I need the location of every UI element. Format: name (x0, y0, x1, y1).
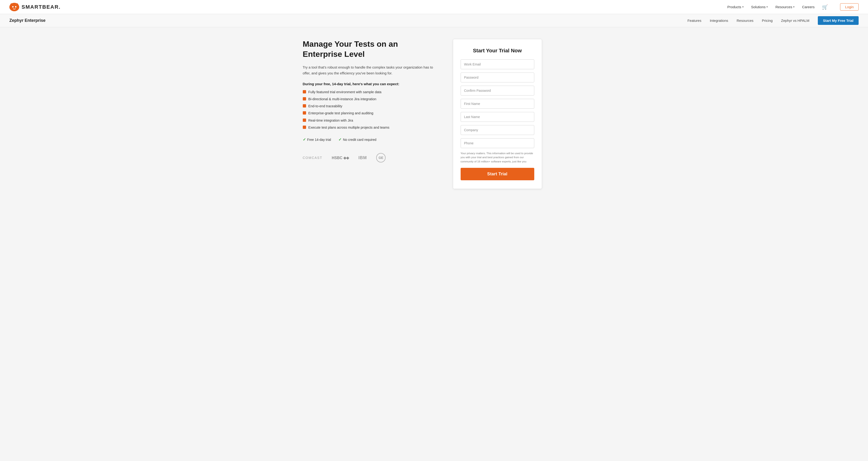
nav-products-link[interactable]: Products ▾ (727, 5, 743, 9)
bullet-icon (303, 97, 306, 100)
main-content: Manage Your Tests on an Enterprise Level… (293, 39, 575, 189)
feature-list: Fully featured trial environment with sa… (303, 90, 439, 130)
free-trial-badge: ✓ Free 14-day trial (303, 137, 331, 142)
confirm-password-group (461, 86, 534, 95)
subnav-resources[interactable]: Resources (737, 19, 753, 23)
hero-section: Manage Your Tests on an Enterprise Level… (303, 39, 439, 163)
feature-item: Fully featured trial environment with sa… (303, 90, 439, 94)
last-name-group (461, 112, 534, 122)
privacy-text: Your privacy matters. This information w… (461, 151, 534, 164)
svg-point-4 (12, 6, 13, 7)
subnav-vs-hpalm[interactable]: Zephyr vs HPALM (781, 19, 809, 23)
feature-item: Bi-directional & multi-instance Jira int… (303, 97, 439, 102)
feature-item: Enterprise-grade test planning and audit… (303, 111, 439, 115)
first-name-group (461, 99, 534, 109)
nav-products[interactable]: Products ▾ (727, 5, 743, 9)
feature-item: End-to-end traceability (303, 104, 439, 109)
bullet-icon (303, 125, 306, 129)
sub-nav-title: Zephyr Enterprise (9, 18, 45, 23)
svg-point-5 (15, 6, 17, 7)
cart-icon-wrap[interactable]: 🛒 (822, 4, 828, 10)
login-button-wrap[interactable]: Login (835, 3, 859, 10)
chevron-down-icon: ▾ (742, 5, 744, 8)
password-group (461, 73, 534, 82)
ibm-logo: IBM (359, 155, 367, 160)
sub-nav-links: Features Integrations Resources Pricing … (687, 19, 809, 23)
badges-section: ✓ Free 14-day trial ✓ No credit card req… (303, 137, 439, 142)
no-credit-card-badge: ✓ No credit card required (338, 137, 376, 142)
subnav-features[interactable]: Features (687, 19, 701, 23)
password-input[interactable] (461, 73, 534, 82)
nav-solutions-link[interactable]: Solutions ▾ (751, 5, 768, 9)
work-email-input[interactable] (461, 59, 534, 69)
company-input[interactable] (461, 125, 534, 135)
top-navigation: SMARTBEAR. Products ▾ Solutions ▾ Resour… (0, 0, 868, 14)
feature-item: Execute test plans across multiple proje… (303, 125, 439, 130)
hero-description: Try a tool that's robust enough to handl… (303, 64, 439, 76)
login-button[interactable]: Login (840, 3, 859, 10)
logo-area[interactable]: SMARTBEAR. (9, 3, 61, 11)
nav-resources[interactable]: Resources ▾ (775, 5, 795, 9)
cart-icon[interactable]: 🛒 (822, 4, 828, 10)
form-title: Start Your Trial Now (461, 48, 534, 54)
chevron-down-icon: ▾ (793, 5, 795, 8)
chevron-down-icon: ▾ (767, 5, 768, 8)
ge-logo: GE (376, 153, 385, 163)
bullet-icon (303, 90, 306, 93)
feature-item: Real-time integration with Jira (303, 118, 439, 123)
phone-group (461, 138, 534, 148)
top-nav-links: Products ▾ Solutions ▾ Resources ▾ Caree… (727, 3, 859, 10)
nav-careers[interactable]: Careers (802, 5, 814, 9)
subnav-integrations[interactable]: Integrations (710, 19, 728, 23)
work-email-group (461, 59, 534, 69)
last-name-input[interactable] (461, 112, 534, 122)
hero-heading: Manage Your Tests on an Enterprise Level (303, 39, 439, 59)
sub-navigation: Zephyr Enterprise Features Integrations … (0, 14, 868, 27)
trial-subheading: During your free, 14-day trial, here's w… (303, 82, 439, 86)
company-logos: COMCAST HSBC ◈◈ IBM GE (303, 153, 439, 163)
nav-resources-link[interactable]: Resources ▾ (775, 5, 795, 9)
checkmark-icon: ✓ (338, 137, 341, 142)
company-group (461, 125, 534, 135)
bullet-icon (303, 111, 306, 115)
trial-form-card: Start Your Trial Now Your privacy matter… (453, 39, 542, 189)
svg-point-3 (11, 4, 18, 11)
comcast-logo: COMCAST (303, 156, 322, 160)
start-trial-submit-button[interactable]: Start Trial (461, 168, 534, 180)
bullet-icon (303, 118, 306, 122)
bullet-icon (303, 104, 306, 108)
nav-solutions[interactable]: Solutions ▾ (751, 5, 768, 9)
hsbc-logo: HSBC ◈◈ (332, 155, 349, 160)
confirm-password-input[interactable] (461, 86, 534, 95)
nav-careers-link[interactable]: Careers (802, 5, 814, 9)
first-name-input[interactable] (461, 99, 534, 109)
phone-input[interactable] (461, 138, 534, 148)
start-my-free-trial-button[interactable]: Start My Free Trial (818, 16, 859, 25)
subnav-pricing[interactable]: Pricing (762, 19, 773, 23)
logo-text: SMARTBEAR. (22, 4, 61, 10)
checkmark-icon: ✓ (303, 137, 306, 142)
smartbear-logo-icon (9, 3, 19, 11)
